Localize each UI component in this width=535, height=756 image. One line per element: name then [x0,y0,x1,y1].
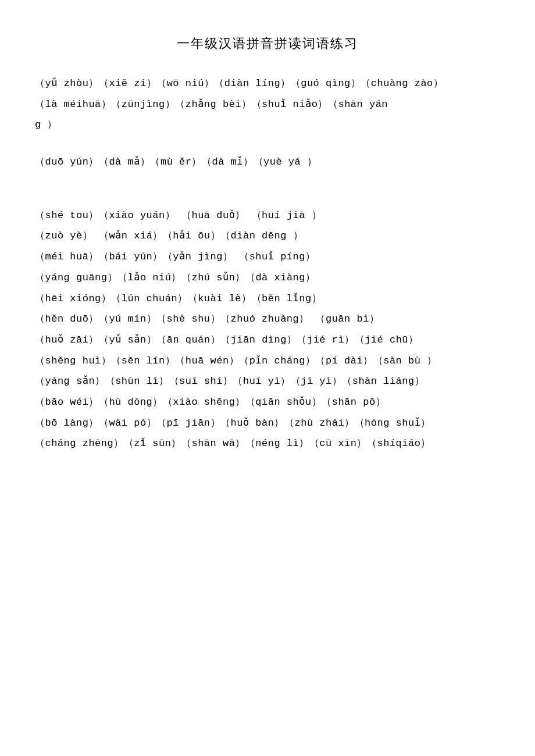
text-line: （là méihuā）（zūnjìng）（zhǎng bèi）（shuǐ niǎ… [35,94,500,115]
text-line: （hěn duō）（yú mín）（shè shu）（zhuó zhuàng） … [35,309,500,330]
text-line: （yáng guāng）（lǎo niú）（zhú sǔn）（dà xiàng） [35,268,500,288]
spacer-line [35,135,500,152]
content-area: （yǔ zhòu）（xiě zi）（wō niú）（diàn líng）（guó… [35,73,500,454]
text-line: （méi huā）（bái yún）（yǎn jìng） （shuǐ píng） [35,247,500,268]
spacer-line [35,189,500,205]
page-title: 一年级汉语拼音拼读词语练习 [35,35,500,52]
text-line: （yǔ zhòu）（xiě zi）（wō niú）（diàn líng）（guó… [35,73,500,94]
spacer-line [35,173,500,189]
text-line: （yáng sǎn）（shùn lì）（suí shí）（huí yì）（jì … [35,371,500,392]
text-line: （duō yún）（dà mǎ）（mù ěr）（dà mǐ）（yuè yá ） [35,152,500,173]
text-line: （huǒ zāi）（yǔ sǎn）（ān quán）（jiān dìng）（ji… [35,330,500,351]
text-line: （hēi xióng）（lún chuán）（kuài lè）（běn lǐng… [35,288,500,309]
text-line: （shěng huì）（sēn lín）（huā wén）（pǐn cháng）… [35,351,500,372]
text-line: （bō làng）（wài pó）（pī jiān）（huǒ bàn）（zhù … [35,413,500,434]
text-line: （cháng zhēng）（zǐ sūn）（shān wā）（néng lì）（… [35,433,500,454]
text-line: （shé tou）（xiào yuán） （huā duǒ） （huí jiā … [35,205,500,226]
text-line: （bāo wéi）（hù dòng）（xiào shēng）（qiān shǒu… [35,392,500,413]
text-line: g ） [35,115,500,135]
text-line: （zuò yè） （wǎn xiá）（hǎi ōu）（diàn dēng ） [35,226,500,247]
